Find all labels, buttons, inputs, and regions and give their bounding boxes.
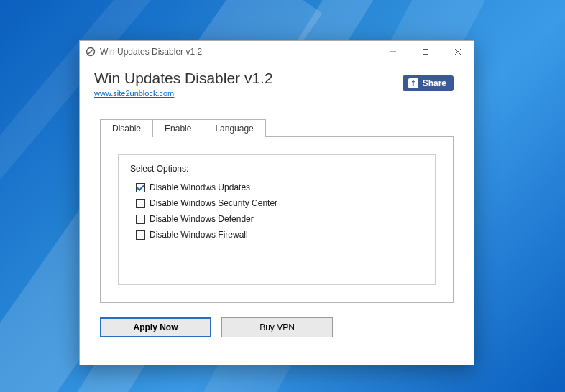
tab-language[interactable]: Language — [203, 119, 265, 137]
window-buttons — [377, 41, 474, 62]
app-window: Win Updates Disabler v1.2 Win Updates Di… — [79, 40, 474, 365]
button-label: Apply Now — [134, 322, 178, 332]
tab-strip: Disable Enable Language — [100, 119, 454, 137]
svg-rect-3 — [423, 49, 428, 54]
option-disable-security-center[interactable]: Disable Windows Security Center — [136, 198, 423, 208]
options-group: Select Options: Disable Winodws Updates … — [118, 154, 436, 285]
app-icon — [86, 47, 96, 57]
button-label: Buy VPN — [259, 322, 295, 332]
tab-label: Language — [215, 123, 253, 134]
close-button[interactable] — [441, 41, 474, 62]
titlebar: Win Updates Disabler v1.2 — [80, 41, 474, 62]
option-label: Disable Windows Firewall — [150, 230, 248, 240]
option-disable-defender[interactable]: Disable Windows Defender — [136, 214, 423, 224]
content-area: Disable Enable Language Select Options: … — [80, 106, 474, 365]
maximize-button[interactable] — [409, 41, 441, 62]
tab-enable[interactable]: Enable — [152, 119, 203, 137]
facebook-share-button[interactable]: f Share — [403, 75, 454, 91]
checkbox-icon — [136, 199, 145, 208]
checkbox-icon — [136, 230, 145, 240]
action-bar: Apply Now Buy VPN — [100, 317, 454, 337]
facebook-icon: f — [408, 78, 418, 88]
options-list: Disable Winodws Updates Disable Windows … — [136, 182, 423, 240]
buy-vpn-button[interactable]: Buy VPN — [221, 317, 333, 337]
tab-panel-disable: Select Options: Disable Winodws Updates … — [100, 136, 454, 303]
share-label: Share — [423, 78, 446, 88]
option-label: Disable Windows Defender — [150, 214, 254, 224]
checkbox-icon — [136, 215, 145, 224]
option-disable-updates[interactable]: Disable Winodws Updates — [136, 182, 423, 192]
option-disable-firewall[interactable]: Disable Windows Firewall — [136, 230, 423, 240]
option-label: Disable Windows Security Center — [150, 198, 277, 208]
minimize-button[interactable] — [377, 41, 409, 62]
options-legend: Select Options: — [130, 164, 423, 174]
header: Win Updates Disabler v1.2 www.site2unblo… — [80, 62, 474, 106]
option-label: Disable Winodws Updates — [150, 182, 250, 192]
svg-line-1 — [88, 49, 93, 55]
tab-label: Enable — [165, 123, 191, 134]
window-title: Win Updates Disabler v1.2 — [100, 47, 202, 57]
apply-button[interactable]: Apply Now — [100, 317, 211, 337]
checkbox-icon — [136, 183, 145, 192]
site-link[interactable]: www.site2unblock.com — [94, 89, 174, 98]
tab-disable[interactable]: Disable — [100, 119, 153, 137]
tab-label: Disable — [112, 123, 141, 134]
